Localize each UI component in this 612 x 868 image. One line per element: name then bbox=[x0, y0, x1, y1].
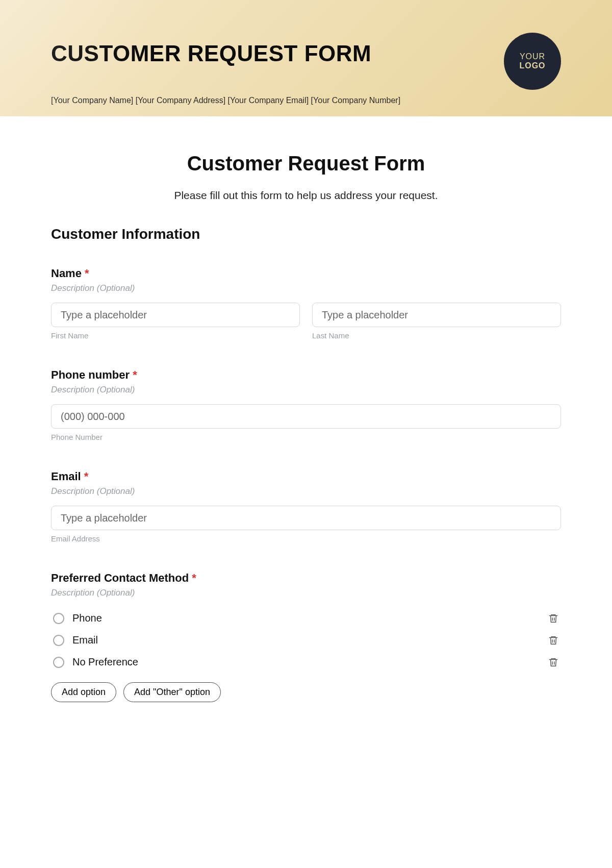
contact-label-text: Preferred Contact Method bbox=[51, 572, 189, 584]
name-label: Name * bbox=[51, 267, 561, 280]
phone-description: Description (Optional) bbox=[51, 385, 561, 395]
logo-placeholder: YOUR LOGO bbox=[504, 33, 561, 90]
banner-title: CUSTOMER REQUEST FORM bbox=[51, 41, 561, 66]
contact-description: Description (Optional) bbox=[51, 588, 561, 598]
form-subtitle: Please fill out this form to help us add… bbox=[51, 189, 561, 202]
required-indicator: * bbox=[85, 267, 89, 280]
trash-icon[interactable] bbox=[548, 613, 559, 624]
trash-icon[interactable] bbox=[548, 635, 559, 646]
option-phone-radio[interactable] bbox=[53, 613, 64, 624]
option-phone-label: Phone bbox=[72, 612, 102, 624]
field-contact-method: Preferred Contact Method * Description (… bbox=[51, 572, 561, 702]
form-title: Customer Request Form bbox=[51, 152, 561, 175]
option-phone-row: Phone bbox=[51, 607, 561, 629]
email-sublabel: Email Address bbox=[51, 534, 561, 543]
email-input[interactable] bbox=[51, 506, 561, 530]
last-name-input[interactable] bbox=[312, 303, 561, 327]
option-nopref-label: No Preference bbox=[72, 656, 138, 668]
email-label: Email * bbox=[51, 470, 561, 483]
first-name-input[interactable] bbox=[51, 303, 300, 327]
phone-sublabel: Phone Number bbox=[51, 433, 561, 441]
option-email-radio[interactable] bbox=[53, 635, 64, 646]
add-other-option-button[interactable]: Add "Other" option bbox=[123, 682, 221, 702]
name-label-text: Name bbox=[51, 267, 82, 280]
phone-label: Phone number * bbox=[51, 368, 561, 382]
option-nopref-row: No Preference bbox=[51, 651, 561, 673]
field-phone: Phone number * Description (Optional) Ph… bbox=[51, 368, 561, 441]
contact-label: Preferred Contact Method * bbox=[51, 572, 561, 585]
option-nopref-radio[interactable] bbox=[53, 657, 64, 668]
add-option-button[interactable]: Add option bbox=[51, 682, 116, 702]
logo-line1: YOUR bbox=[520, 52, 545, 61]
required-indicator: * bbox=[133, 368, 137, 381]
required-indicator: * bbox=[84, 470, 89, 483]
banner: CUSTOMER REQUEST FORM [Your Company Name… bbox=[0, 0, 612, 116]
name-description: Description (Optional) bbox=[51, 283, 561, 293]
logo-line2: LOGO bbox=[519, 61, 545, 70]
last-name-sublabel: Last Name bbox=[312, 331, 561, 340]
required-indicator: * bbox=[192, 572, 196, 584]
option-email-label: Email bbox=[72, 634, 98, 646]
email-description: Description (Optional) bbox=[51, 486, 561, 497]
phone-input[interactable] bbox=[51, 404, 561, 429]
form-content: Customer Request Form Please fill out th… bbox=[0, 116, 612, 723]
banner-meta: [Your Company Name] [Your Company Addres… bbox=[51, 96, 561, 105]
field-email: Email * Description (Optional) Email Add… bbox=[51, 470, 561, 543]
section-customer-info-title: Customer Information bbox=[51, 226, 561, 242]
field-name: Name * Description (Optional) First Name… bbox=[51, 267, 561, 340]
trash-icon[interactable] bbox=[548, 657, 559, 668]
option-email-row: Email bbox=[51, 629, 561, 651]
phone-label-text: Phone number bbox=[51, 368, 130, 381]
first-name-sublabel: First Name bbox=[51, 331, 300, 340]
email-label-text: Email bbox=[51, 470, 81, 483]
